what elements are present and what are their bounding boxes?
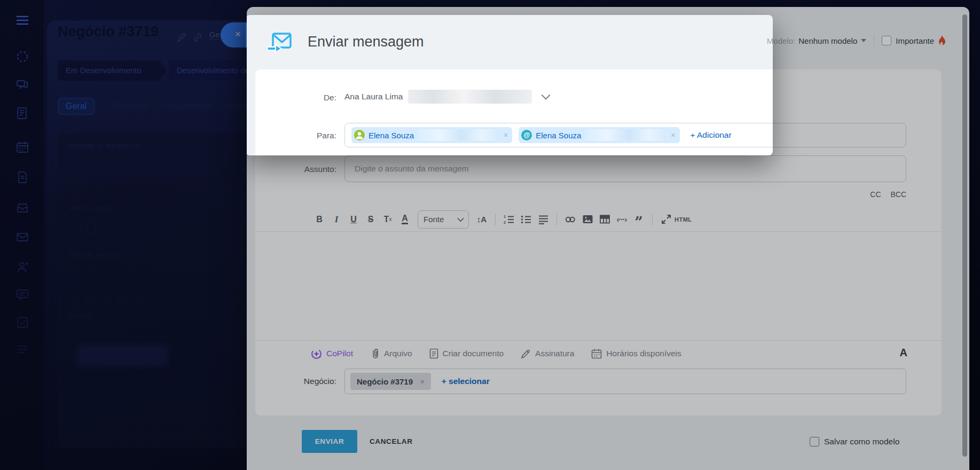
bullet-list-button[interactable]: [518, 210, 535, 229]
insert-image-button[interactable]: [579, 210, 596, 229]
copilot-button[interactable]: CoPilot: [311, 348, 353, 359]
modal-title: Enviar mensagem: [308, 34, 424, 50]
compose-form-panel: De: Ana Laura Lima Para: Elena Souza ×: [255, 69, 942, 416]
font-family-select[interactable]: Fonte: [418, 210, 469, 229]
save-template-checkbox[interactable]: [810, 437, 819, 446]
chat-lines-icon[interactable]: [15, 287, 30, 302]
message-body-editor[interactable]: [255, 232, 942, 339]
remove-recipient-icon[interactable]: ×: [671, 131, 675, 139]
recipient-chip[interactable]: Elena Souza ×: [351, 127, 512, 143]
contact-icon[interactable]: [15, 260, 30, 275]
save-template-label: Salvar como modelo: [824, 437, 899, 446]
important-label: Importante: [896, 36, 934, 45]
field-label-data: Data de término: [68, 251, 120, 259]
recipient-name: Elena Souza: [536, 131, 581, 140]
remove-recipient-icon[interactable]: ×: [504, 131, 508, 139]
create-document-button[interactable]: Criar documento: [429, 348, 504, 359]
select-entity-button[interactable]: + selecionar: [442, 377, 490, 386]
bold-button[interactable]: B: [311, 210, 328, 229]
feed-icon[interactable]: [15, 106, 30, 121]
subject-input[interactable]: [344, 155, 906, 182]
insert-table-button[interactable]: [596, 210, 613, 229]
document-icon[interactable]: [15, 170, 30, 185]
text-format-toggle[interactable]: A: [900, 347, 907, 359]
strikethrough-button[interactable]: S: [362, 210, 379, 229]
email-avatar-icon: @: [521, 130, 532, 140]
task-check-icon[interactable]: [15, 315, 30, 330]
template-label: Modelo:: [767, 36, 795, 45]
deal-title: Negócio #3719: [58, 24, 159, 40]
stage-pill-next[interactable]: Desenvolvimento de: [169, 60, 251, 81]
template-dropdown[interactable]: Nenhum modelo: [798, 36, 866, 45]
about-heading: SOBRE O NEGÓCIO: [68, 142, 142, 150]
mail-icon-sidebar[interactable]: [15, 230, 30, 245]
field-label-valor: Valor e moeda: [68, 204, 115, 212]
contact-avatar-icon: [354, 130, 365, 140]
list-icon[interactable]: [15, 342, 30, 357]
tab-orcamentos[interactable]: Orçamentos: [165, 101, 211, 111]
chevron-down-icon: [861, 39, 866, 42]
close-icon: ×: [235, 28, 241, 40]
toolbar-divider: [495, 214, 496, 225]
modal-scrollbar[interactable]: [962, 14, 967, 457]
stage-pill-current[interactable]: Em Desenvolvimento: [58, 60, 167, 81]
send-button[interactable]: ENVIAR: [302, 430, 357, 453]
editor-toolbar: B I U S Tx A Fonte ↕A 12: [255, 207, 942, 232]
edit-pencil-icon[interactable]: [176, 32, 187, 43]
to-field[interactable]: Elena Souza × @ Elena Souza × + Adiciona…: [344, 123, 906, 147]
remove-entity-icon[interactable]: ×: [420, 378, 425, 386]
quote-button[interactable]: ”: [630, 207, 647, 232]
screen: Negócio #3719 Ger Em Desenvolvimento Des…: [0, 0, 980, 470]
important-checkbox[interactable]: [882, 36, 891, 45]
insert-link-button[interactable]: [562, 210, 579, 229]
header-divider: [874, 35, 874, 46]
font-size-button[interactable]: ↕A: [473, 210, 490, 229]
recipient-chip[interactable]: @ Elena Souza ×: [519, 127, 679, 143]
insert-code-button[interactable]: ‹···›: [613, 210, 630, 229]
cc-bcc-row: CC BCC: [344, 190, 906, 199]
inbox-icon[interactable]: [15, 200, 30, 215]
italic-button[interactable]: I: [328, 210, 345, 229]
text-color-button[interactable]: A: [396, 210, 413, 229]
calendar-icon[interactable]: [15, 140, 30, 155]
recipient-name: Elena Souza: [369, 131, 414, 140]
chat-icon[interactable]: [15, 77, 30, 92]
field-value-data: 13 de março de 2026: [68, 262, 154, 272]
ordered-list-button[interactable]: 12: [500, 210, 518, 229]
from-field[interactable]: Ana Laura Lima: [344, 90, 549, 104]
add-recipient-button[interactable]: + Adicionar: [691, 130, 732, 140]
from-label: De:: [255, 93, 336, 103]
save-as-template: Salvar como modelo: [810, 430, 899, 453]
redacted-from-email: [408, 90, 532, 104]
bcc-button[interactable]: BCC: [890, 190, 906, 199]
signature-button[interactable]: Assinatura: [521, 349, 574, 359]
align-button[interactable]: [535, 210, 552, 229]
attach-file-button[interactable]: Arquivo: [370, 348, 412, 359]
toolbar-divider: [556, 214, 557, 225]
menu-icon[interactable]: [15, 13, 30, 28]
fullscreen-button[interactable]: [657, 210, 675, 229]
compose-footer-actions: CoPilot Arquivo Criar documento Assinatu…: [255, 340, 942, 366]
tab-geral[interactable]: Geral: [58, 98, 95, 115]
app-sidebar: [0, 0, 44, 470]
field-value-valor: R$0: [68, 212, 98, 240]
pulse-icon[interactable]: [15, 49, 30, 64]
entity-label: Negócio:: [255, 377, 336, 386]
deal-tabs: Geral Produtos Orçamentos Auto: [58, 98, 247, 115]
clear-format-button[interactable]: Tx: [379, 210, 396, 229]
tab-automacao[interactable]: Auto: [230, 101, 247, 111]
from-chevron-down-icon[interactable]: [542, 91, 551, 100]
html-mode-button[interactable]: HTML: [675, 210, 692, 229]
entity-chip[interactable]: Negócio #3719 ×: [350, 373, 431, 390]
entity-field[interactable]: Negócio #3719 × + selecionar: [344, 369, 906, 394]
toolbar-divider: [652, 214, 653, 225]
cancel-button[interactable]: CANCELAR: [370, 430, 413, 453]
underline-button[interactable]: U: [345, 210, 362, 229]
field-label-cliente: Cliente: [68, 312, 91, 320]
copy-link-icon[interactable]: [192, 32, 203, 43]
cc-button[interactable]: CC: [870, 190, 881, 199]
tab-produtos[interactable]: Produtos: [113, 101, 147, 111]
paperclip-icon: [370, 348, 380, 359]
available-slots-button[interactable]: Horários disponíveis: [591, 348, 681, 359]
subject-label: Assunto:: [255, 164, 336, 174]
